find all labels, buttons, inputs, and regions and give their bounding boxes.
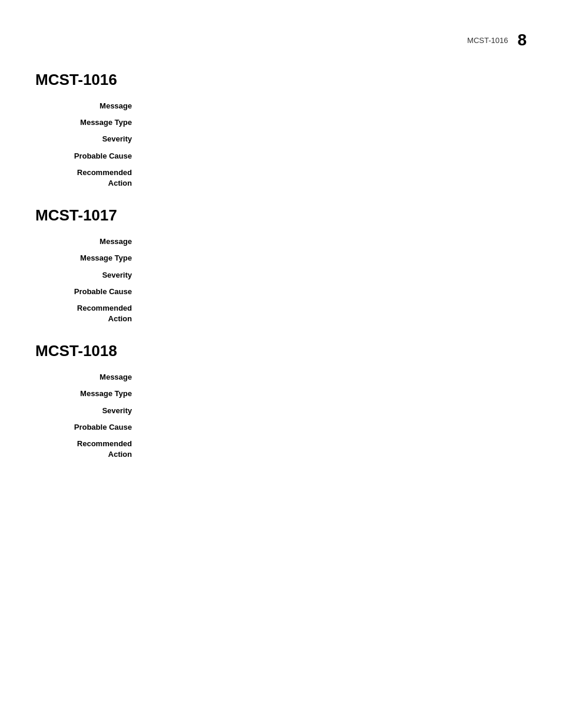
field-row-mcst-1017-3: Probable Cause [35,286,527,297]
section-mcst-1016: MCST-1016MessageMessage TypeSeverityProb… [35,71,527,189]
page-header: MCST-1016 8 [467,31,527,50]
field-label-mcst-1016-0: Message [35,101,141,111]
section-mcst-1018: MCST-1018MessageMessage TypeSeverityProb… [35,342,527,460]
field-label-mcst-1016-4: RecommendedAction [35,167,141,189]
field-value-mcst-1016-1 [141,117,527,128]
section-title-mcst-1016: MCST-1016 [35,71,527,89]
field-value-mcst-1018-2 [141,406,527,416]
section-mcst-1017: MCST-1017MessageMessage TypeSeverityProb… [35,206,527,324]
field-row-mcst-1017-4: RecommendedAction [35,303,527,324]
field-value-mcst-1017-2 [141,270,527,281]
field-value-mcst-1016-3 [141,151,527,162]
field-value-mcst-1018-3 [141,422,527,433]
header-title: MCST-1016 [467,36,508,45]
field-label-mcst-1016-3: Probable Cause [35,151,141,162]
field-row-mcst-1018-1: Message Type [35,388,527,399]
field-row-mcst-1017-2: Severity [35,270,527,281]
field-label-mcst-1017-0: Message [35,236,141,247]
field-label-mcst-1017-3: Probable Cause [35,286,141,297]
field-label-mcst-1016-2: Severity [35,134,141,144]
field-value-mcst-1016-0 [141,101,527,111]
field-value-mcst-1016-2 [141,134,527,144]
field-label-mcst-1018-4: RecommendedAction [35,439,141,460]
field-value-mcst-1017-1 [141,253,527,263]
field-label-mcst-1017-1: Message Type [35,253,141,263]
field-label-mcst-1017-2: Severity [35,270,141,281]
field-label-mcst-1018-3: Probable Cause [35,422,141,433]
field-label-mcst-1017-4: RecommendedAction [35,303,141,324]
field-row-mcst-1018-3: Probable Cause [35,422,527,433]
field-row-mcst-1016-4: RecommendedAction [35,167,527,189]
field-row-mcst-1016-2: Severity [35,134,527,144]
page-content: MCST-1016MessageMessage TypeSeverityProb… [0,0,562,513]
field-row-mcst-1017-0: Message [35,236,527,247]
field-row-mcst-1018-2: Severity [35,406,527,416]
field-row-mcst-1018-0: Message [35,372,527,383]
section-title-mcst-1017: MCST-1017 [35,206,527,225]
field-label-mcst-1018-2: Severity [35,406,141,416]
field-row-mcst-1016-1: Message Type [35,117,527,128]
section-title-mcst-1018: MCST-1018 [35,342,527,360]
field-value-mcst-1018-0 [141,372,527,383]
field-value-mcst-1017-0 [141,236,527,247]
field-row-mcst-1018-4: RecommendedAction [35,439,527,460]
field-label-mcst-1016-1: Message Type [35,117,141,128]
field-value-mcst-1018-1 [141,388,527,399]
field-value-mcst-1018-4 [141,439,527,460]
page-number: 8 [517,31,527,50]
field-row-mcst-1017-1: Message Type [35,253,527,263]
field-row-mcst-1016-3: Probable Cause [35,151,527,162]
field-label-mcst-1018-0: Message [35,372,141,383]
field-value-mcst-1016-4 [141,167,527,189]
field-label-mcst-1018-1: Message Type [35,388,141,399]
field-row-mcst-1016-0: Message [35,101,527,111]
field-value-mcst-1017-3 [141,286,527,297]
field-value-mcst-1017-4 [141,303,527,324]
